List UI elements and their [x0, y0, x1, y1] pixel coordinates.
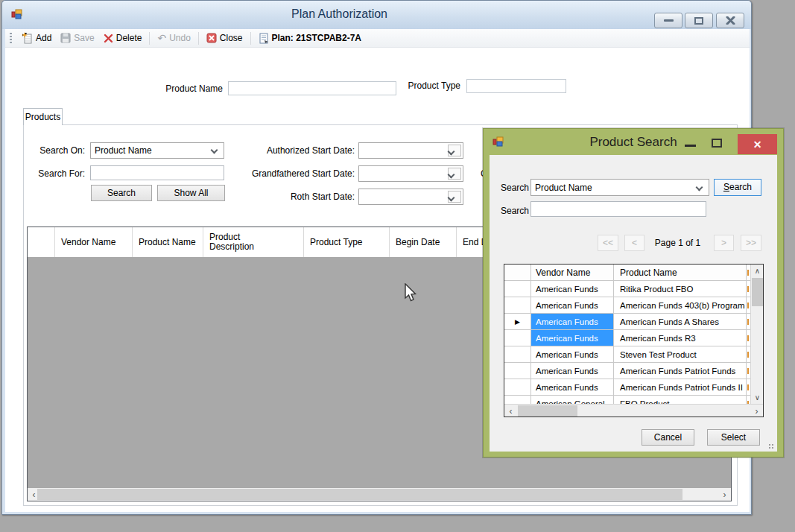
roth-start-date-picker[interactable] — [358, 189, 463, 205]
dialog-grid-header: Vendor Name Product Name — [504, 265, 750, 281]
dialog-results-grid[interactable]: Vendor Name Product Name American Funds … — [504, 264, 764, 417]
table-row[interactable]: American Funds American Funds 403(b) Pro… — [504, 297, 750, 314]
dialog-grid-vertical-scrollbar[interactable]: ∧ ∨ — [750, 265, 763, 404]
column-header-product-type[interactable]: Product Type — [304, 227, 390, 257]
table-row[interactable]: American Funds Ritika Product FBO — [504, 281, 750, 297]
row-selector-cell — [504, 363, 531, 379]
select-button[interactable]: Select — [707, 429, 760, 446]
column-header-begin-date[interactable]: Begin Date — [390, 227, 457, 257]
toolbar: Add Save Delete ↶ Undo Close — [5, 29, 750, 48]
column-header-vendor-name[interactable]: Vendor Name — [531, 265, 614, 280]
vendor-cell[interactable]: American Funds — [531, 281, 614, 297]
desktop: Plan Authorization Add Save Delete — [0, 0, 795, 532]
toolbar-grip[interactable] — [10, 33, 12, 44]
resize-grip[interactable] — [768, 443, 774, 449]
save-button[interactable]: Save — [56, 31, 98, 45]
scroll-down-icon[interactable]: ∨ — [751, 391, 764, 404]
pager-next-button[interactable]: > — [714, 235, 734, 251]
search-button[interactable]: Search — [91, 185, 152, 201]
vendor-cell[interactable]: American Funds — [531, 363, 614, 379]
product-type-field[interactable] — [466, 79, 566, 93]
scrollbar-thumb[interactable] — [37, 489, 682, 500]
dialog-search-button[interactable]: Search — [714, 179, 761, 196]
vendor-cell[interactable]: American Funds — [531, 379, 614, 395]
product-cell[interactable]: FBO Product — [614, 396, 747, 404]
authorized-start-date-picker[interactable] — [358, 142, 463, 159]
dialog-body: Search On: Product Name Search Search Fo… — [490, 155, 777, 452]
table-row[interactable]: American Funds Steven Test Product — [504, 346, 750, 363]
table-row-current[interactable]: ▶ American Funds American Funds A Shares — [504, 314, 750, 330]
add-button[interactable]: Add — [17, 31, 56, 45]
search-on-label: Search On: — [24, 145, 85, 156]
row-selector-cell — [504, 330, 531, 346]
vendor-cell[interactable]: American Funds — [531, 297, 614, 313]
tab-products[interactable]: Products — [23, 108, 63, 125]
close-plan-button[interactable]: Close — [202, 31, 247, 45]
titlebar[interactable]: Plan Authorization — [2, 1, 751, 29]
date-dropdown-button[interactable] — [448, 168, 461, 180]
results-grid-horizontal-scrollbar[interactable]: ‹ › — [28, 488, 731, 501]
close-label: Close — [220, 33, 243, 43]
plan-document-icon — [259, 33, 269, 44]
search-for-field[interactable] — [90, 165, 224, 180]
cancel-button[interactable]: Cancel — [642, 429, 694, 446]
pager-prev-button[interactable]: < — [624, 235, 644, 251]
mouse-cursor — [405, 283, 418, 303]
search-on-combobox[interactable]: Product Name — [90, 142, 224, 159]
delete-label: Delete — [116, 33, 142, 43]
minimize-icon — [664, 19, 674, 22]
row-selector-cell: ▶ — [504, 314, 531, 329]
maximize-button[interactable] — [685, 13, 713, 28]
pager-last-button[interactable]: >> — [741, 235, 761, 251]
toolbar-separator — [250, 32, 251, 45]
dialog-maximize-button[interactable] — [712, 139, 722, 148]
product-cell[interactable]: American Funds R3 — [614, 330, 747, 346]
dialog-search-on-combobox[interactable]: Product Name — [530, 179, 709, 196]
table-row[interactable]: American General FBO Product — [504, 396, 750, 404]
scroll-right-icon[interactable]: › — [718, 488, 731, 501]
vendor-cell[interactable]: American General — [531, 396, 614, 404]
product-cell[interactable]: American Funds Patriot Funds — [614, 363, 747, 379]
date-dropdown-button[interactable] — [448, 191, 461, 203]
scrollbar-thumb[interactable] — [752, 278, 763, 306]
delete-button[interactable]: Delete — [99, 31, 147, 45]
column-header-product-name[interactable]: Product Name — [133, 227, 203, 257]
vendor-cell-selected[interactable]: American Funds — [531, 330, 614, 346]
table-row[interactable]: American Funds American Funds Patriot Fu… — [504, 379, 750, 396]
product-cell[interactable]: American Funds 403(b) Program (A) — [614, 297, 747, 313]
close-button[interactable] — [716, 13, 744, 28]
grandfathered-start-date-picker[interactable] — [358, 165, 463, 182]
search-on-value: Product Name — [95, 145, 152, 156]
product-type-label: Product Type — [370, 80, 460, 91]
vendor-cell-selected[interactable]: American Funds — [531, 314, 614, 329]
product-cell[interactable]: American Funds Patriot Funds II — [614, 379, 747, 395]
product-cell[interactable]: American Funds A Shares — [614, 314, 747, 329]
table-row[interactable]: American Funds American Funds R3 — [504, 330, 750, 346]
tab-products-label: Products — [25, 112, 60, 122]
vendor-cell[interactable]: American Funds — [531, 346, 614, 362]
dialog-grid-horizontal-scrollbar[interactable]: ‹ › — [504, 404, 763, 417]
window-title: Plan Authorization — [2, 7, 677, 21]
add-label: Add — [36, 33, 51, 43]
dialog-search-for-field[interactable] — [530, 201, 706, 217]
toolbar-separator — [149, 32, 150, 45]
dialog-search-on-value: Product Name — [535, 183, 592, 193]
undo-button[interactable]: ↶ Undo — [153, 31, 194, 45]
scroll-up-icon[interactable]: ∧ — [751, 265, 764, 277]
product-cell[interactable]: Steven Test Product — [614, 346, 747, 362]
dialog-minimize-button[interactable] — [685, 145, 696, 147]
add-document-icon — [22, 32, 33, 44]
scroll-right-icon[interactable]: › — [750, 405, 763, 417]
minimize-button[interactable] — [654, 13, 682, 28]
table-row[interactable]: American Funds American Funds Patriot Fu… — [504, 363, 750, 379]
column-header-product-description[interactable]: Product Description — [203, 227, 304, 257]
close-icon — [726, 16, 735, 25]
scroll-left-icon[interactable]: ‹ — [504, 405, 517, 417]
dialog-close-button[interactable]: ✕ — [738, 134, 777, 154]
scrollbar-thumb[interactable] — [518, 405, 577, 417]
product-cell[interactable]: Ritika Product FBO — [614, 281, 747, 297]
pager-first-button[interactable]: << — [598, 235, 618, 251]
date-dropdown-button[interactable] — [448, 145, 461, 156]
column-header-product-name[interactable]: Product Name — [614, 265, 747, 280]
column-header-vendor-name[interactable]: Vendor Name — [55, 227, 133, 257]
